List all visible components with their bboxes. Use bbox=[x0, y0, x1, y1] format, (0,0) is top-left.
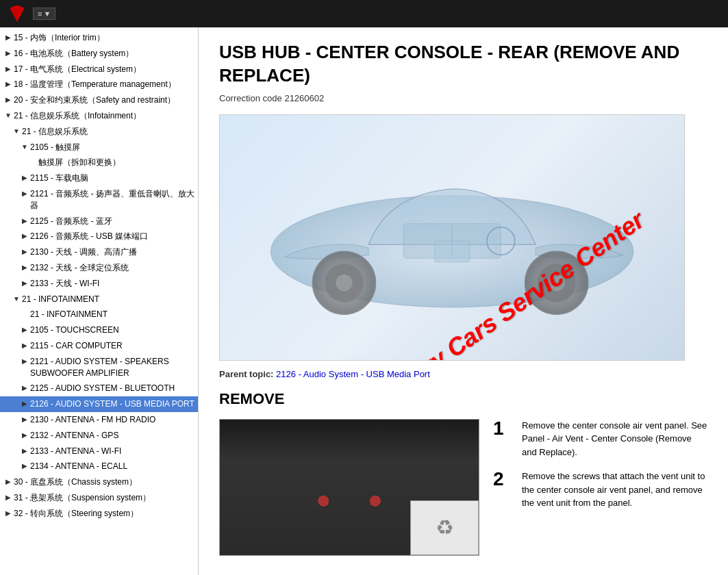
sidebar-item-label: 30 - 底盘系统（Chassis system） bbox=[14, 476, 195, 488]
sidebar-item-label: 2126 - AUDIO SYSTEM - USB MEDIA PORT bbox=[30, 398, 195, 410]
sidebar-item-2105-zh[interactable]: 2105 - 触摸屏 bbox=[0, 140, 198, 155]
sidebar-item-electrical[interactable]: 17 - 电气系统（Electrical system） bbox=[0, 62, 198, 77]
chevron-right-icon bbox=[3, 492, 14, 502]
sidebar-item-21-infotainment-sub[interactable]: 21 - INFOTAINMENT bbox=[0, 307, 198, 322]
sidebar-item-label: 2121 - AUDIO SYSTEM - SPEAKERS SUBWOOFER… bbox=[30, 356, 195, 379]
sidebar-item-label: 2132 - ANTENNA - GPS bbox=[30, 430, 195, 442]
sidebar-item-interior-trim[interactable]: 15 - 内饰（Interior trim） bbox=[0, 30, 198, 46]
chevron-right-icon bbox=[19, 340, 30, 350]
chevron-right-icon bbox=[3, 476, 14, 487]
sidebar-item-2130-en[interactable]: 2130 - ANTENNA - FM HD RADIO bbox=[0, 412, 198, 428]
sidebar-item-label: 2126 - 音频系统 - USB 媒体端口 bbox=[30, 231, 195, 242]
dropdown-icon: ≡ bbox=[38, 10, 42, 18]
steps-text: 1 Remove the center console air vent pan… bbox=[493, 419, 707, 521]
sidebar-item-touchscreen-zh[interactable]: 触摸屏（拆卸和更换） bbox=[0, 155, 198, 170]
sidebar-item-label: 21 - 信息娱乐系统（Infotainment） bbox=[14, 110, 195, 122]
sidebar-item-suspension[interactable]: 31 - 悬架系统（Suspension system） bbox=[0, 490, 198, 506]
sidebar-item-label: 触摸屏（拆卸和更换） bbox=[38, 157, 195, 168]
chevron-right-icon bbox=[19, 246, 30, 257]
chevron-right-icon bbox=[19, 356, 30, 366]
sidebar-item-2132-zh[interactable]: 2132 - 天线 - 全球定位系统 bbox=[0, 260, 198, 276]
sidebar-item-battery[interactable]: 16 - 电池系统（Battery system） bbox=[0, 46, 198, 62]
chevron-right-icon bbox=[19, 188, 30, 199]
chevron-right-icon bbox=[19, 414, 30, 424]
sidebar-item-label: 21 - INFOTAINMENT bbox=[30, 309, 195, 320]
sidebar-item-label: 2133 - ANTENNA - WI-FI bbox=[30, 446, 195, 457]
chevron-down-icon bbox=[11, 294, 22, 304]
sidebar-item-2125-en[interactable]: 2125 - AUDIO SYSTEM - BLUETOOTH bbox=[0, 381, 198, 396]
chevron-right-icon bbox=[19, 383, 30, 393]
top-bar-controls: ≡ ▼ bbox=[33, 8, 55, 20]
sidebar-item-2121-zh[interactable]: 2121 - 音频系统 - 扬声器、重低音喇叭、放大器 bbox=[0, 186, 198, 214]
sidebar-item-21-infotainment-zh[interactable]: 21 - 信息娱乐系统 bbox=[0, 124, 198, 140]
sidebar-item-label: 2130 - ANTENNA - FM HD RADIO bbox=[30, 414, 195, 426]
chevron-right-icon bbox=[19, 262, 30, 272]
svg-rect-10 bbox=[435, 241, 470, 262]
steps-container: ♻ 1 Remove the center console air vent p… bbox=[219, 419, 707, 556]
sidebar-item-label: 15 - 内饰（Interior trim） bbox=[14, 32, 195, 44]
svg-point-6 bbox=[548, 274, 564, 290]
sidebar-item-label: 2132 - 天线 - 全球定位系统 bbox=[30, 262, 195, 274]
step-2-text: Remove the screws that attach the vent u… bbox=[522, 470, 707, 510]
sidebar-item-label: 2121 - 音频系统 - 扬声器、重低音喇叭、放大器 bbox=[30, 188, 195, 212]
sidebar-item-2133-en[interactable]: 2133 - ANTENNA - WI-FI bbox=[0, 444, 198, 459]
sidebar-item-label: 2125 - AUDIO SYSTEM - BLUETOOTH bbox=[30, 383, 195, 394]
sidebar-item-2125-zh[interactable]: 2125 - 音频系统 - 蓝牙 bbox=[0, 214, 198, 229]
correction-code-number: 21260602 bbox=[284, 93, 324, 103]
sidebar-item-2126-zh[interactable]: 2126 - 音频系统 - USB 媒体端口 bbox=[0, 229, 198, 244]
sidebar-item-label: 21 - 信息娱乐系统 bbox=[22, 126, 195, 138]
dropdown-button[interactable]: ≡ ▼ bbox=[33, 8, 55, 20]
parent-topic-label: Parent topic: bbox=[219, 369, 273, 379]
sidebar-item-label: 16 - 电池系统（Battery system） bbox=[14, 48, 195, 60]
sidebar-item-2115-en[interactable]: 2115 - CAR COMPUTER bbox=[0, 338, 198, 354]
chevron-right-icon bbox=[19, 430, 30, 440]
sidebar-item-21-infotainment-en[interactable]: 21 - INFOTAINMENT bbox=[0, 292, 198, 307]
sidebar-item-2121-en[interactable]: 2121 - AUDIO SYSTEM - SPEAKERS SUBWOOFER… bbox=[0, 354, 198, 381]
sidebar-item-2115-zh[interactable]: 2115 - 车载电脑 bbox=[0, 170, 198, 186]
chevron-down-icon bbox=[3, 110, 14, 120]
sidebar-item-2105-en[interactable]: 2105 - TOUCHSCREEN bbox=[0, 322, 198, 338]
sidebar-item-2126-en[interactable]: 2126 - AUDIO SYSTEM - USB MEDIA PORT bbox=[0, 396, 198, 412]
parent-topic-link[interactable]: 2126 - Audio System - USB Media Port bbox=[276, 369, 430, 379]
chevron-right-icon bbox=[3, 32, 14, 42]
chevron-right-icon bbox=[19, 216, 30, 226]
chevron-right-icon bbox=[19, 231, 30, 241]
step-1: 1 Remove the center console air vent pan… bbox=[493, 419, 707, 459]
step-2: 2 Remove the screws that attach the vent… bbox=[493, 470, 707, 510]
chevron-right-icon bbox=[3, 94, 14, 105]
chevron-down-icon bbox=[19, 142, 30, 152]
chevron-right-icon bbox=[19, 324, 30, 335]
chevron-right-icon bbox=[3, 79, 14, 89]
sidebar-item-2130-zh[interactable]: 2130 - 天线 - 调频、高清广播 bbox=[0, 244, 198, 260]
sidebar-item-label: 31 - 悬架系统（Suspension system） bbox=[14, 492, 195, 504]
parent-topic: Parent topic: 2126 - Audio System - USB … bbox=[219, 369, 707, 379]
chevron-right-icon bbox=[3, 64, 14, 74]
chevron-right-icon bbox=[19, 461, 30, 471]
sidebar-item-infotainment-zh[interactable]: 21 - 信息娱乐系统（Infotainment） bbox=[0, 108, 198, 124]
sidebar-item-label: 2133 - 天线 - WI-FI bbox=[30, 278, 195, 290]
sidebar-item-2133-zh[interactable]: 2133 - 天线 - WI-FI bbox=[0, 276, 198, 292]
recycle-icon: ♻ bbox=[436, 515, 454, 539]
sidebar-item-chassis[interactable]: 30 - 底盘系统（Chassis system） bbox=[0, 474, 198, 490]
chevron-right-icon bbox=[19, 172, 30, 183]
sidebar-item-label: 2115 - 车载电脑 bbox=[30, 172, 195, 184]
car-image: Super Luxury Cars Service Center bbox=[219, 114, 685, 361]
main-layout: 15 - 内饰（Interior trim） 16 - 电池系统（Battery… bbox=[0, 27, 728, 575]
sidebar-item-label: 2125 - 音频系统 - 蓝牙 bbox=[30, 216, 195, 227]
sidebar-item-2132-en[interactable]: 2132 - ANTENNA - GPS bbox=[0, 428, 198, 444]
dropdown-arrow: ▼ bbox=[43, 10, 51, 18]
sidebar-item-2134-en[interactable]: 2134 - ANTENNA - ECALL bbox=[0, 459, 198, 474]
remove-section-title: REMOVE bbox=[219, 390, 707, 408]
chevron-right-icon bbox=[3, 508, 14, 518]
sidebar-item-label: 21 - INFOTAINMENT bbox=[22, 294, 195, 305]
sidebar-item-label: 2115 - CAR COMPUTER bbox=[30, 340, 195, 352]
sidebar-item-temperature[interactable]: 18 - 温度管理（Temperature management） bbox=[0, 77, 198, 92]
sidebar-item-label: 2130 - 天线 - 调频、高清广播 bbox=[30, 246, 195, 258]
sidebar-scroll: 15 - 内饰（Interior trim） 16 - 电池系统（Battery… bbox=[0, 27, 198, 524]
chevron-right-icon bbox=[19, 398, 30, 409]
sidebar-item-label: 2105 - TOUCHSCREEN bbox=[30, 324, 195, 336]
sidebar-item-steering[interactable]: 32 - 转向系统（Steering system） bbox=[0, 506, 198, 522]
sidebar[interactable]: 15 - 内饰（Interior trim） 16 - 电池系统（Battery… bbox=[0, 27, 199, 575]
step-1-number: 1 bbox=[493, 419, 514, 438]
sidebar-item-safety[interactable]: 20 - 安全和约束系统（Safety and restraint） bbox=[0, 92, 198, 108]
